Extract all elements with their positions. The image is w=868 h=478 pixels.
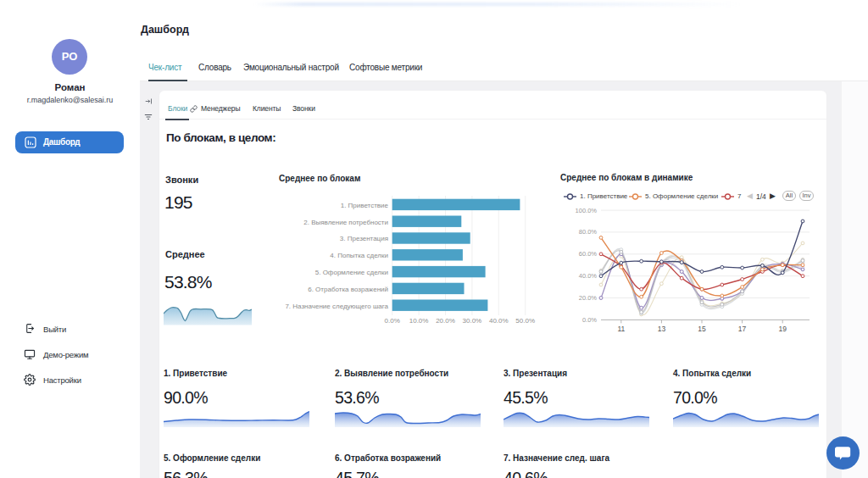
svg-text:1. Приветствие: 1. Приветствие bbox=[341, 202, 389, 209]
svg-text:60.0%: 60.0% bbox=[579, 250, 598, 258]
svg-text:4. Попытка сделки: 4. Попытка сделки bbox=[330, 252, 388, 259]
svg-text:7. Назначение следующего шага: 7. Назначение следующего шага bbox=[285, 303, 388, 310]
svg-text:40.0%: 40.0% bbox=[489, 317, 509, 325]
svg-text:20.0%: 20.0% bbox=[579, 294, 598, 302]
svg-text:10.0%: 10.0% bbox=[409, 317, 429, 325]
svg-text:11: 11 bbox=[617, 325, 625, 333]
svg-text:3. Презентация: 3. Презентация bbox=[340, 235, 388, 242]
svg-text:2. Выявление потребности: 2. Выявление потребности bbox=[303, 219, 388, 226]
svg-text:20.0%: 20.0% bbox=[436, 317, 455, 325]
svg-text:0.0%: 0.0% bbox=[385, 317, 400, 325]
svg-text:40.0%: 40.0% bbox=[579, 272, 598, 280]
svg-text:50.0%: 50.0% bbox=[515, 317, 535, 325]
svg-text:30.0%: 30.0% bbox=[463, 317, 482, 325]
svg-text:100.0%: 100.0% bbox=[576, 207, 598, 214]
svg-text:5. Оформление сделки: 5. Оформление сделки bbox=[315, 269, 388, 276]
svg-text:17: 17 bbox=[738, 325, 747, 333]
svg-text:13: 13 bbox=[658, 325, 666, 333]
svg-text:80.0%: 80.0% bbox=[579, 228, 598, 236]
svg-text:0.0%: 0.0% bbox=[582, 316, 597, 324]
svg-text:15: 15 bbox=[698, 325, 706, 333]
svg-text:19: 19 bbox=[778, 325, 787, 333]
svg-text:6. Отработка возражений: 6. Отработка возражений bbox=[308, 286, 388, 293]
